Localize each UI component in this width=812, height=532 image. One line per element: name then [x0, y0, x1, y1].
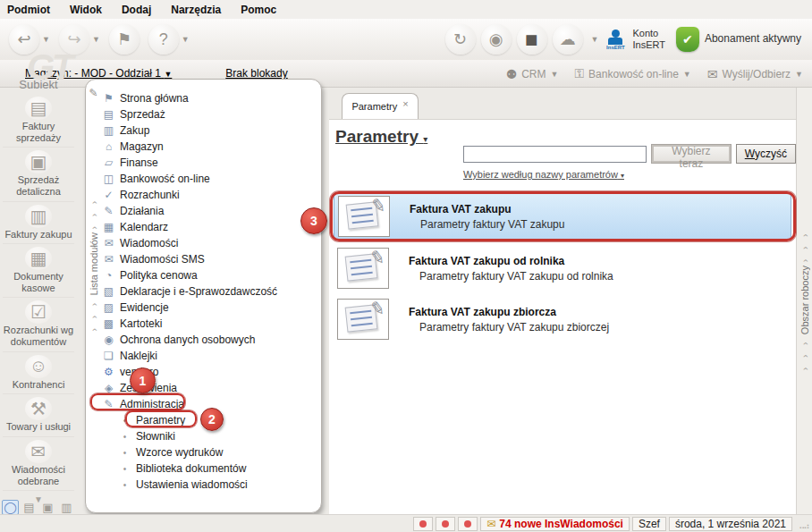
filter-caret-icon: ▾: [621, 172, 624, 180]
dotted-ring-icon[interactable]: ↻: [445, 24, 476, 55]
person-icon: ☺: [25, 355, 52, 378]
user-cell[interactable]: Szef: [632, 517, 666, 531]
tree-item-kalendarz[interactable]: ▦Kalendarz: [102, 219, 317, 235]
tree-item-strona-główna[interactable]: ⚑Strona główna: [102, 90, 317, 106]
date-cell[interactable]: środa, 1 września 2021: [669, 517, 792, 531]
parameter-search-input[interactable]: [463, 146, 647, 163]
wybierz-teraz-button[interactable]: Wybierz teraz: [651, 144, 732, 164]
status-dot-cell[interactable]: [413, 517, 433, 531]
tree-item-label: Deklaracje i e-Sprawozdawczość: [120, 285, 277, 298]
help-icon[interactable]: ?: [148, 24, 179, 55]
inbox-check-icon: ✉: [25, 440, 52, 463]
crm-tool[interactable]: ⚉CRM▼: [506, 67, 559, 81]
tree-item-finanse[interactable]: ▱Finanse: [102, 155, 317, 171]
tree-item-polityka-cenowa[interactable]: ◔Polityka cenowa: [102, 267, 317, 283]
tree-item-biblioteka-dokumentów[interactable]: •Biblioteka dokumentów: [102, 460, 317, 477]
tree-item-parametry[interactable]: •Parametry: [102, 412, 317, 428]
parameter-item-1[interactable]: ✎Faktura VAT zakupuParametry faktury VAT…: [334, 193, 791, 240]
tree-item-ewidencje[interactable]: ▨Ewidencje: [102, 300, 317, 316]
parameter-list: ✎Faktura VAT zakupuParametry faktury VAT…: [334, 193, 791, 342]
menu-dodaj[interactable]: Dodaj: [122, 4, 151, 16]
tree-item-wiadomości-sms[interactable]: ✉Wiadomości SMS: [102, 251, 317, 267]
menu-narzedzia[interactable]: Narzędzia: [171, 4, 221, 16]
basket-icon[interactable]: ▣: [39, 500, 56, 515]
resize-grip-icon[interactable]: ⣀⣠: [799, 519, 809, 529]
lista-modulow-strip[interactable]: ✎ › › › Lista modułów › › ›: [86, 80, 101, 512]
tree-item-ustawienia-wiadomości[interactable]: •Ustawienia wiadomości: [102, 477, 317, 493]
wyczysc-button[interactable]: Wyczyść: [736, 144, 796, 164]
tree-item-ochrona-danych-osobowych[interactable]: ◉Ochrona danych osobowych: [102, 332, 317, 348]
tree-item-deklaracje-i-e-sprawozdawczość[interactable]: ▧Deklaracje i e-Sprawozdawczość: [102, 283, 317, 300]
page-title-dropdown[interactable]: Parametry ▾: [335, 127, 427, 147]
tree-item-zakup[interactable]: ▥Zakup: [102, 122, 317, 139]
forward-caret-icon[interactable]: ▼: [92, 35, 100, 44]
tree-item-label: Słowniki: [136, 430, 175, 443]
tree-item-wzorce-wydruków[interactable]: •Wzorce wydruków: [102, 444, 317, 460]
tree-item-vendero[interactable]: ⚙vendero: [102, 364, 317, 380]
tree-item-label: Kartoteki: [120, 317, 162, 330]
menu-widok[interactable]: Widok: [70, 4, 102, 16]
declarations-icon: ▧: [102, 285, 115, 298]
filter-by-name-link[interactable]: Wybierz według nazwy parametrów ▾: [463, 169, 624, 180]
document-pencil-icon: ✎: [338, 196, 390, 237]
tree-item-administracja[interactable]: ✎Administracja: [102, 396, 317, 412]
sidebar-item-6[interactable]: ☺Kontrahenci: [3, 352, 74, 395]
abonament-shield-icon[interactable]: ✔: [676, 27, 699, 52]
quill-icon[interactable]: ✎: [89, 87, 97, 99]
back-caret-icon[interactable]: ▼: [42, 35, 50, 44]
menu-podmiot[interactable]: Podmiot: [7, 4, 50, 16]
basket-icon: ▣: [25, 150, 52, 173]
card-index-icon: ▩: [102, 317, 115, 330]
tree-item-wiadomości[interactable]: ✉Wiadomości: [102, 235, 317, 251]
globe-icon[interactable]: ◉: [481, 24, 512, 55]
coins-icon: ▤: [102, 108, 115, 121]
sidebar-item-4[interactable]: ▦Dokumenty kasowe: [3, 244, 74, 298]
tree-item-kartoteki[interactable]: ▩Kartoteki: [102, 316, 317, 332]
privacy-shield-icon: ◉: [102, 334, 115, 346]
parameter-item-3[interactable]: ✎Faktura VAT zakupu zbiorczaParametry fa…: [334, 297, 791, 342]
parameter-item-title: Faktura VAT zakupu od rolnika: [409, 255, 613, 267]
sidebar-item-5[interactable]: ☑Rozrachunki wg dokumentów: [3, 298, 74, 351]
brand-area: GT Subiekt: [0, 49, 77, 94]
records-icon: ▨: [102, 301, 115, 314]
sidebar-item-2[interactable]: ▣Sprzedaż detaliczna: [3, 148, 74, 201]
brak-blokady-link[interactable]: Brak blokady: [225, 67, 287, 80]
inswiadomosci-cell[interactable]: ✉ 74 nowe InsWiadomości: [480, 517, 630, 531]
flag-icon[interactable]: ⚑: [109, 24, 140, 55]
konto-insert-icon[interactable]: InsERT: [604, 28, 627, 51]
tree-item-rozrachunki[interactable]: ✓Rozrachunki: [102, 187, 317, 203]
tree-item-naklejki[interactable]: ❏Naklejki: [102, 348, 317, 364]
tree-item-zestawienia[interactable]: ◈Zestawienia: [102, 380, 317, 396]
bankowosc-tool[interactable]: ⚿Bankowość on-line▼: [574, 66, 690, 81]
main-toolbar: ↩▼ ↪▼ ⚑ ?▼ ↻ ◉ ◼ ☁▼ InsERT KontoInsERT ✔…: [0, 19, 812, 60]
tree-item-sprzedaż[interactable]: ▤Sprzedaż: [102, 106, 317, 122]
sidebar-item-7[interactable]: ⚒Towary i usługi: [3, 394, 74, 437]
coins-icon[interactable]: ▤: [21, 500, 38, 515]
tree-item-słowniki[interactable]: •Słowniki: [102, 428, 317, 444]
tree-item-label: Kalendarz: [120, 221, 168, 233]
obszar-roboczy-strip[interactable]: › › › Obszar roboczy › › ›: [796, 88, 812, 514]
cube-icon[interactable]: ◼: [517, 24, 547, 55]
status-dot-cell[interactable]: [458, 517, 478, 531]
parameter-item-2[interactable]: ✎Faktura VAT zakupu od rolnikaParametry …: [334, 246, 791, 291]
menu-pomoc[interactable]: Pomoc: [241, 4, 276, 16]
sidebar-item-1[interactable]: ▤Faktury sprzedaży: [3, 94, 74, 148]
chevrons-icon: › › ›: [799, 339, 809, 371]
tree-item-label: Administracja: [120, 398, 184, 410]
tree-item-działania[interactable]: ✎Działania: [102, 203, 317, 219]
boxes-icon[interactable]: ▥: [58, 500, 75, 515]
close-icon[interactable]: ×: [402, 98, 408, 109]
circle-icon[interactable]: ◯: [2, 500, 19, 515]
tree-item-magazyn[interactable]: ⌂Magazyn: [102, 139, 317, 155]
tab-parametry[interactable]: Parametry ×: [342, 93, 419, 119]
tree-item-bankowość-on-line[interactable]: ◫Bankowość on-line: [102, 171, 317, 187]
tree-item-label: Biblioteka dokumentów: [136, 462, 246, 475]
help-caret-icon[interactable]: ▼: [182, 35, 190, 44]
sidebar-item-3[interactable]: ▥Faktury zakupu: [3, 202, 74, 245]
cloud-caret-icon[interactable]: ▼: [591, 35, 599, 44]
sidebar-item-8[interactable]: ✉Wiadomości odebrane: [3, 437, 74, 491]
wyslij-odbierz-tool[interactable]: ✉Wyślij/Odbierz▼: [707, 67, 803, 81]
database-cloud-icon[interactable]: ☁: [553, 24, 583, 55]
parameter-item-text: Faktura VAT zakupuParametry faktury VAT …: [410, 203, 564, 231]
status-dot-cell[interactable]: [436, 517, 455, 531]
